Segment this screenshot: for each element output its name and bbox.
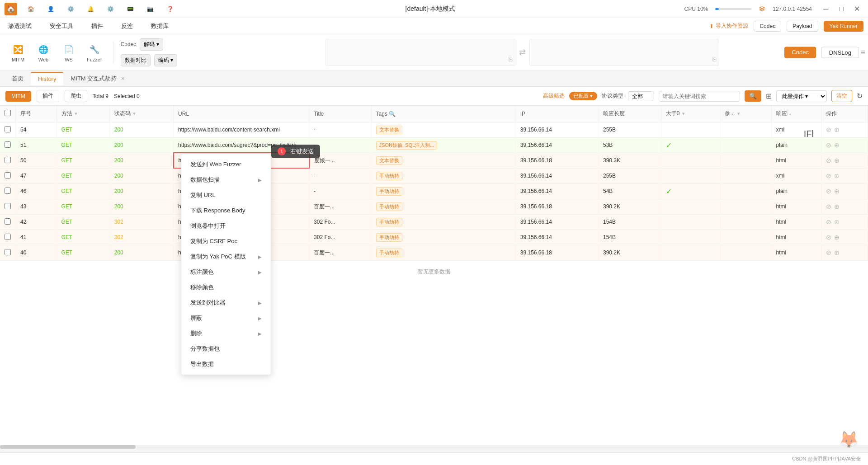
context-menu-item[interactable]: 浏览器中打开 (181, 218, 271, 234)
data-compare-button[interactable]: 数据对比 (121, 54, 151, 66)
op-add-icon[interactable]: ⊕ (834, 234, 840, 241)
table-row[interactable]: 54 GET 200 https://www.baidu.com/content… (0, 122, 868, 137)
op-disable-icon[interactable]: ⊘ (826, 172, 831, 179)
table-row[interactable]: 47 GET 200 https://www.baidu... - 手动劫持 3… (0, 168, 868, 183)
encode-button[interactable]: 编码 ▾ (154, 54, 177, 66)
decode-button[interactable]: 解码 ▾ (140, 38, 163, 51)
context-menu-item[interactable]: 复制为 Yak PoC 模版▶ (181, 249, 271, 264)
search-input[interactable] (659, 91, 740, 102)
horizontal-scrollbar[interactable] (0, 445, 868, 449)
context-menu-item[interactable]: 数据包扫描▶ (181, 172, 271, 188)
row-checkbox[interactable] (5, 126, 11, 132)
bell-icon[interactable]: 🔔 (84, 3, 97, 15)
protocol-select[interactable]: 全部 (628, 91, 654, 101)
op-disable-icon[interactable]: ⊘ (826, 218, 831, 225)
context-menu-item[interactable]: 复制为 CSRF Poc (181, 234, 271, 249)
minimize-button[interactable]: ─ (819, 2, 833, 16)
table-row[interactable]: 46 GET 200 https://www.baidu... =pc_web&… (0, 183, 868, 199)
row-checkbox[interactable] (5, 234, 11, 240)
plugin-filter-button[interactable]: 插件 (37, 90, 59, 102)
camera-icon[interactable]: 📷 (144, 3, 156, 15)
tab-home[interactable]: 首页 (5, 72, 31, 85)
context-menu-item[interactable]: 标注颜色▶ (181, 264, 271, 280)
op-disable-icon[interactable]: ⊘ (826, 203, 831, 210)
clear-button[interactable]: 清空 (831, 90, 852, 102)
filter-icon[interactable]: ⊞ (766, 92, 772, 100)
refresh-button[interactable]: ↻ (857, 92, 863, 100)
context-menu-item[interactable]: 移除颜色 (181, 280, 271, 295)
menu-pentest[interactable]: 渗透测试 (5, 20, 35, 32)
op-disable-icon[interactable]: ⊘ (826, 141, 831, 149)
mitm-filter-button[interactable]: MITM (5, 91, 31, 102)
table-row[interactable]: 51 GET 200 https://www.baidu.com/sugrec?… (0, 137, 868, 153)
advanced-filter-button[interactable]: 高级筛选 (543, 92, 565, 100)
row-checkbox[interactable] (5, 157, 11, 163)
import-button[interactable]: ⬆ 导入协作资源 (709, 22, 748, 30)
context-menu-item[interactable]: 屏蔽▶ (181, 310, 271, 326)
maximize-button[interactable]: □ (835, 2, 848, 16)
row-checkbox[interactable] (5, 141, 11, 148)
yakrunner-menu-button[interactable]: Yak Runner (824, 21, 863, 32)
mitm-tool[interactable]: 🔀 MITM (7, 41, 29, 64)
tab-close-icon[interactable]: × (121, 75, 125, 82)
op-add-icon[interactable]: ⊕ (834, 218, 840, 225)
web-tool[interactable]: 🌐 Web (33, 41, 54, 64)
op-disable-icon[interactable]: ⊘ (826, 157, 831, 164)
swap-icon[interactable]: ⇄ (519, 47, 526, 57)
help-icon[interactable]: ❓ (164, 3, 176, 15)
response-copy-icon[interactable]: ⎘ (712, 56, 716, 63)
context-menu-item[interactable]: 复制 URL (181, 188, 271, 203)
context-menu-item[interactable]: 下载 Response Body (181, 203, 271, 218)
terminal-icon[interactable]: 📟 (124, 3, 137, 15)
menu-sectools[interactable]: 安全工具 (46, 20, 77, 32)
op-add-icon[interactable]: ⊕ (834, 188, 840, 195)
op-add-icon[interactable]: ⊕ (834, 126, 840, 133)
tab-mitm-interact[interactable]: MITM 交互式劫持 × (63, 72, 132, 85)
context-menu-item[interactable]: 删除▶ (181, 326, 271, 341)
table-row[interactable]: 42 GET 302 http://www.baidu... 302 Fo...… (0, 214, 868, 230)
toolbar-collapse-icon[interactable]: ≡ (860, 47, 865, 57)
request-copy-icon[interactable]: ⎘ (509, 56, 512, 63)
context-menu-item[interactable]: 发送到对比器▶ (181, 295, 271, 310)
context-menu-item[interactable]: 导出数据 (181, 357, 271, 372)
gear2-icon[interactable]: ⚙️ (104, 3, 117, 15)
codec-badge[interactable]: Codec (784, 47, 816, 58)
table-row[interactable]: 41 GET 302 http://www.baidu... 302 Fo...… (0, 230, 868, 245)
menu-database[interactable]: 数据库 (147, 20, 172, 32)
batch-ops-select[interactable]: 此量操作 ▾ (776, 90, 827, 102)
tab-history[interactable]: History (31, 72, 63, 85)
op-add-icon[interactable]: ⊕ (834, 141, 840, 149)
row-checkbox[interactable] (5, 203, 11, 209)
op-disable-icon[interactable]: ⊘ (826, 234, 831, 241)
search-button[interactable]: 🔍 (745, 90, 761, 102)
scrollbar-thumb[interactable] (0, 445, 136, 449)
table-row[interactable]: 50 GET 200 https://www.baidu.com/ 度娘一...… (0, 153, 868, 168)
fuzzer-tool[interactable]: 🔧 Fuzzer (83, 41, 106, 64)
settings-icon[interactable]: ⚙️ (64, 3, 77, 15)
op-disable-icon[interactable]: ⊘ (826, 188, 831, 195)
op-add-icon[interactable]: ⊕ (834, 203, 840, 210)
op-add-icon[interactable]: ⊕ (834, 172, 840, 179)
menu-plugins[interactable]: 插件 (88, 20, 107, 32)
home-icon[interactable]: 🏠 (5, 3, 17, 15)
op-disable-icon[interactable]: ⊘ (826, 126, 831, 133)
crawler-filter-button[interactable]: 爬虫 (65, 90, 87, 102)
payload-menu-button[interactable]: Payload (787, 21, 818, 32)
row-checkbox[interactable] (5, 188, 11, 194)
close-button[interactable]: ✕ (850, 2, 863, 16)
context-menu-item[interactable]: 发送到 Web Fuzzer (181, 157, 271, 172)
row-checkbox[interactable] (5, 172, 11, 178)
menu-reverse[interactable]: 反连 (118, 20, 137, 32)
op-disable-icon[interactable]: ⊘ (826, 249, 831, 256)
context-menu-item[interactable]: 分享数据包 (181, 341, 271, 357)
ws-tool[interactable]: 📄 WS (58, 41, 80, 64)
table-row[interactable]: 43 GET 200 https://www.baidu... 百度一... 手… (0, 199, 868, 214)
op-add-icon[interactable]: ⊕ (834, 157, 840, 164)
row-checkbox[interactable] (5, 249, 11, 255)
home-nav-icon[interactable]: 🏠 (24, 3, 37, 15)
op-add-icon[interactable]: ⊕ (834, 249, 840, 256)
table-row[interactable]: 40 GET 200 https://www.baidu... 百度一... 手… (0, 245, 868, 260)
configured-badge[interactable]: 已配置 ▾ (569, 92, 597, 100)
dnslog-badge[interactable]: DNSLog (821, 47, 859, 58)
codec-menu-button[interactable]: Codec (754, 21, 781, 32)
